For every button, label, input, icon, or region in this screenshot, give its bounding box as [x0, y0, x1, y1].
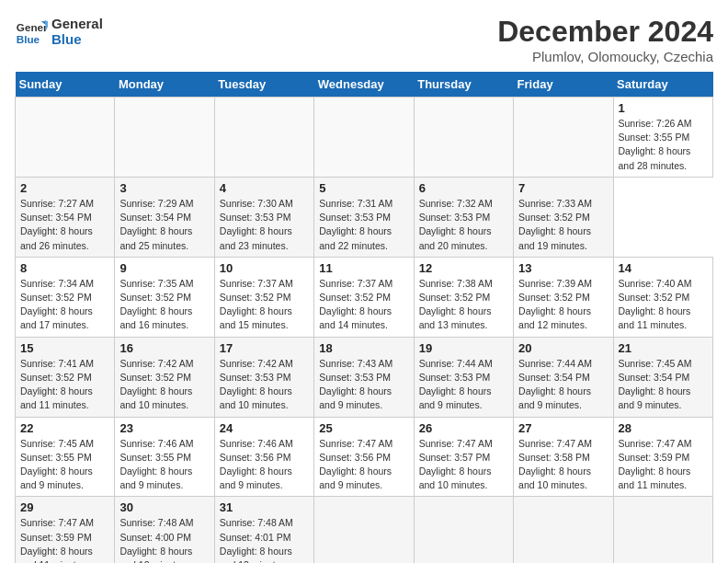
page-title: December 2024: [497, 15, 713, 49]
day-detail: Sunrise: 7:46 AMSunset: 3:56 PMDaylight:…: [220, 437, 309, 493]
day-of-week-header: Wednesday: [314, 72, 414, 98]
day-of-week-header: Thursday: [414, 72, 513, 98]
calendar-cell: 6 Sunrise: 7:32 AMSunset: 3:53 PMDayligh…: [414, 177, 513, 257]
calendar-week-row: 29 Sunrise: 7:47 AMSunset: 3:59 PMDaylig…: [16, 497, 713, 563]
day-of-week-header: Saturday: [613, 72, 712, 98]
calendar-cell: 15 Sunrise: 7:41 AMSunset: 3:52 PMDaylig…: [16, 337, 115, 417]
calendar-cell: 22 Sunrise: 7:45 AMSunset: 3:55 PMDaylig…: [16, 417, 115, 497]
calendar-cell: 28 Sunrise: 7:47 AMSunset: 3:59 PMDaylig…: [613, 417, 712, 497]
calendar-cell: [115, 98, 214, 178]
day-detail: Sunrise: 7:31 AMSunset: 3:53 PMDaylight:…: [319, 197, 408, 253]
day-detail: Sunrise: 7:48 AMSunset: 4:01 PMDaylight:…: [220, 516, 309, 563]
calendar-cell: 18 Sunrise: 7:43 AMSunset: 3:53 PMDaylig…: [314, 337, 414, 417]
day-detail: Sunrise: 7:34 AMSunset: 3:52 PMDaylight:…: [20, 277, 109, 333]
day-number: 14: [619, 261, 708, 275]
day-number: 28: [619, 421, 708, 435]
day-detail: Sunrise: 7:29 AMSunset: 3:54 PMDaylight:…: [119, 197, 209, 253]
day-number: 21: [619, 341, 708, 355]
calendar-cell: [16, 98, 115, 178]
calendar-cell: 31 Sunrise: 7:48 AMSunset: 4:01 PMDaylig…: [214, 497, 313, 563]
title-area: December 2024 Plumlov, Olomoucky, Czechi…: [497, 15, 713, 64]
day-number: 31: [220, 500, 309, 514]
header: General Blue General Blue December 2024 …: [15, 15, 713, 64]
day-of-week-header: Sunday: [16, 72, 115, 98]
calendar-cell: 3 Sunrise: 7:29 AMSunset: 3:54 PMDayligh…: [115, 177, 214, 257]
day-number: 7: [518, 181, 608, 195]
day-number: 16: [119, 341, 209, 355]
logo: General Blue General Blue: [15, 15, 103, 48]
day-number: 26: [419, 421, 508, 435]
day-detail: Sunrise: 7:45 AMSunset: 3:55 PMDaylight:…: [20, 437, 109, 493]
calendar-cell: 21 Sunrise: 7:45 AMSunset: 3:54 PMDaylig…: [613, 337, 712, 417]
day-detail: Sunrise: 7:42 AMSunset: 3:53 PMDaylight:…: [220, 357, 309, 413]
day-number: 15: [20, 341, 109, 355]
day-of-week-header: Tuesday: [214, 72, 313, 98]
day-number: 8: [20, 261, 109, 275]
calendar-cell: 14 Sunrise: 7:40 AMSunset: 3:52 PMDaylig…: [613, 257, 712, 337]
day-detail: Sunrise: 7:27 AMSunset: 3:54 PMDaylight:…: [20, 197, 109, 253]
day-detail: Sunrise: 7:47 AMSunset: 3:56 PMDaylight:…: [319, 437, 408, 493]
calendar-cell: 4 Sunrise: 7:30 AMSunset: 3:53 PMDayligh…: [214, 177, 313, 257]
day-number: 22: [20, 421, 109, 435]
day-number: 1: [619, 101, 708, 115]
day-detail: Sunrise: 7:35 AMSunset: 3:52 PMDaylight:…: [119, 277, 209, 333]
calendar-cell: [214, 98, 313, 178]
svg-text:General: General: [17, 21, 48, 33]
day-detail: Sunrise: 7:40 AMSunset: 3:52 PMDaylight:…: [619, 277, 708, 333]
calendar-cell: 30 Sunrise: 7:48 AMSunset: 4:00 PMDaylig…: [115, 497, 214, 563]
calendar-header-row: SundayMondayTuesdayWednesdayThursdayFrid…: [16, 72, 713, 98]
calendar-cell: 8 Sunrise: 7:34 AMSunset: 3:52 PMDayligh…: [16, 257, 115, 337]
calendar-cell: 7 Sunrise: 7:33 AMSunset: 3:52 PMDayligh…: [514, 177, 613, 257]
day-detail: Sunrise: 7:43 AMSunset: 3:53 PMDaylight:…: [319, 357, 408, 413]
day-number: 23: [119, 421, 209, 435]
day-number: 17: [220, 341, 309, 355]
day-number: 18: [319, 341, 408, 355]
day-number: 2: [20, 181, 109, 195]
calendar-cell: 10 Sunrise: 7:37 AMSunset: 3:52 PMDaylig…: [214, 257, 313, 337]
day-number: 5: [319, 181, 408, 195]
day-detail: Sunrise: 7:44 AMSunset: 3:54 PMDaylight:…: [518, 357, 608, 413]
calendar-cell: [613, 497, 712, 563]
calendar-cell: 24 Sunrise: 7:46 AMSunset: 3:56 PMDaylig…: [214, 417, 313, 497]
day-detail: Sunrise: 7:38 AMSunset: 3:52 PMDaylight:…: [419, 277, 508, 333]
day-detail: Sunrise: 7:30 AMSunset: 3:53 PMDaylight:…: [220, 197, 309, 253]
day-number: 20: [518, 341, 608, 355]
day-number: 10: [220, 261, 309, 275]
calendar-cell: 25 Sunrise: 7:47 AMSunset: 3:56 PMDaylig…: [314, 417, 414, 497]
calendar-cell: 17 Sunrise: 7:42 AMSunset: 3:53 PMDaylig…: [214, 337, 313, 417]
calendar-week-row: 22 Sunrise: 7:45 AMSunset: 3:55 PMDaylig…: [16, 417, 713, 497]
day-detail: Sunrise: 7:44 AMSunset: 3:53 PMDaylight:…: [419, 357, 508, 413]
day-detail: Sunrise: 7:37 AMSunset: 3:52 PMDaylight:…: [220, 277, 309, 333]
logo-icon: General Blue: [15, 15, 48, 48]
day-detail: Sunrise: 7:47 AMSunset: 3:58 PMDaylight:…: [518, 437, 608, 493]
day-detail: Sunrise: 7:48 AMSunset: 4:00 PMDaylight:…: [119, 516, 209, 563]
day-detail: Sunrise: 7:26 AMSunset: 3:55 PMDaylight:…: [619, 117, 708, 173]
calendar-cell: 27 Sunrise: 7:47 AMSunset: 3:58 PMDaylig…: [514, 417, 613, 497]
day-number: 25: [319, 421, 408, 435]
day-number: 19: [419, 341, 508, 355]
calendar-cell: 20 Sunrise: 7:44 AMSunset: 3:54 PMDaylig…: [514, 337, 613, 417]
day-number: 29: [20, 500, 109, 514]
day-detail: Sunrise: 7:41 AMSunset: 3:52 PMDaylight:…: [20, 357, 109, 413]
logo-text-general: General: [51, 16, 103, 31]
calendar-cell: [314, 497, 414, 563]
day-of-week-header: Friday: [514, 72, 613, 98]
calendar-cell: 16 Sunrise: 7:42 AMSunset: 3:52 PMDaylig…: [115, 337, 214, 417]
day-detail: Sunrise: 7:33 AMSunset: 3:52 PMDaylight:…: [518, 197, 608, 253]
svg-text:Blue: Blue: [17, 33, 40, 45]
logo-text-blue: Blue: [51, 31, 103, 47]
calendar-cell: 1 Sunrise: 7:26 AMSunset: 3:55 PMDayligh…: [613, 98, 712, 178]
calendar-week-row: 15 Sunrise: 7:41 AMSunset: 3:52 PMDaylig…: [16, 337, 713, 417]
day-detail: Sunrise: 7:47 AMSunset: 3:59 PMDaylight:…: [619, 437, 708, 493]
day-number: 13: [518, 261, 608, 275]
calendar-cell: [514, 98, 613, 178]
calendar-week-row: 1 Sunrise: 7:26 AMSunset: 3:55 PMDayligh…: [16, 98, 713, 178]
day-detail: Sunrise: 7:46 AMSunset: 3:55 PMDaylight:…: [119, 437, 209, 493]
day-number: 11: [319, 261, 408, 275]
day-number: 9: [119, 261, 209, 275]
day-detail: Sunrise: 7:37 AMSunset: 3:52 PMDaylight:…: [319, 277, 408, 333]
day-detail: Sunrise: 7:45 AMSunset: 3:54 PMDaylight:…: [619, 357, 708, 413]
day-detail: Sunrise: 7:39 AMSunset: 3:52 PMDaylight:…: [518, 277, 608, 333]
day-detail: Sunrise: 7:32 AMSunset: 3:53 PMDaylight:…: [419, 197, 508, 253]
calendar-cell: 29 Sunrise: 7:47 AMSunset: 3:59 PMDaylig…: [16, 497, 115, 563]
